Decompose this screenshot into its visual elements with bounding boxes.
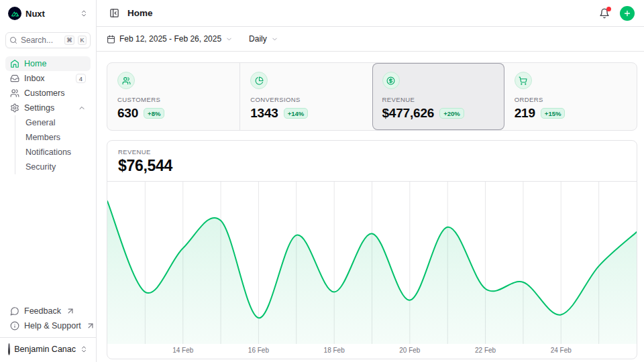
chevrons-up-down-icon <box>80 345 88 353</box>
stat-card-conversions[interactable]: CONVERSIONS1343+14% <box>239 63 372 130</box>
x-tick-label: 22 Feb <box>475 347 496 354</box>
workspace-name: Nuxt <box>25 9 76 19</box>
sidebar-item-settings[interactable]: Settings <box>5 101 91 115</box>
sidebar-item-security[interactable]: Security <box>23 160 91 174</box>
users-icon-circle <box>117 72 135 89</box>
chevron-down-icon <box>271 36 278 43</box>
sidebar-collapse-button[interactable] <box>106 5 122 21</box>
inbox-icon <box>10 74 19 83</box>
stat-value: 630 <box>117 106 138 121</box>
sidebar-subitem-label: General <box>25 118 55 127</box>
search-placeholder: Search... <box>21 36 61 45</box>
period-select[interactable]: Daily <box>249 34 278 44</box>
sidebar: Nuxt Search... ⌘ K HomeInbox4CustomersSe… <box>0 0 97 362</box>
settings-subnav: GeneralMembersNotificationsSecurity <box>15 115 91 174</box>
gear-icon <box>10 103 19 113</box>
calendar-icon <box>107 35 115 44</box>
message-circle-icon <box>10 306 19 316</box>
pie-chart-icon-circle <box>250 72 268 89</box>
user-name: Benjamin Canac <box>14 345 76 354</box>
delta-badge: +20% <box>439 108 464 119</box>
info-icon <box>10 321 19 330</box>
add-button[interactable] <box>620 6 635 21</box>
stat-value: 1343 <box>250 106 278 121</box>
page-content: CUSTOMERS630+8%CONVERSIONS1343+14%REVENU… <box>97 52 644 362</box>
area-chart-svg <box>107 182 637 344</box>
sidebar-item-notifications[interactable]: Notifications <box>23 145 91 160</box>
kbd-k: K <box>78 36 87 45</box>
sidebar-item-label: Customers <box>24 88 64 98</box>
sidebar-nav: HomeInbox4CustomersSettingsGeneralMember… <box>5 56 91 174</box>
main-area: Home Feb 12, 2025 - Feb 26, 2025 Daily C… <box>97 0 644 362</box>
sidebar-item-general[interactable]: General <box>23 115 91 130</box>
chart-header: REVENUE $76,544 <box>107 141 637 182</box>
kbd-meta: ⌘ <box>64 36 74 45</box>
sidebar-item-help-support[interactable]: Help & Support <box>5 318 91 333</box>
sidebar-item-customers[interactable]: Customers <box>5 86 91 101</box>
inbox-count-badge: 4 <box>76 74 86 83</box>
filter-toolbar: Feb 12, 2025 - Feb 26, 2025 Daily <box>97 27 644 52</box>
stat-label: ORDERS <box>515 96 627 103</box>
sidebar-item-label: Settings <box>24 103 54 113</box>
stat-value: $477,626 <box>382 106 435 121</box>
stat-label: REVENUE <box>382 96 494 103</box>
period-label: Daily <box>249 34 267 44</box>
revenue-area-chart <box>107 182 637 344</box>
revenue-chart-card: REVENUE $76,544 14 Feb16 Feb18 Feb20 Feb… <box>107 140 637 359</box>
sidebar-item-home[interactable]: Home <box>5 56 91 71</box>
sidebar-subitem-label: Notifications <box>25 147 71 157</box>
sidebar-spacer <box>5 174 91 296</box>
x-tick-label: 14 Feb <box>172 347 193 354</box>
chart-title: REVENUE <box>118 148 626 156</box>
stat-card-customers[interactable]: CUSTOMERS630+8% <box>107 63 239 130</box>
nuxt-logo-icon <box>8 7 21 20</box>
x-tick-label: 18 Feb <box>324 347 345 354</box>
x-tick-label: 20 Feb <box>399 347 420 354</box>
chevron-up-icon <box>78 104 86 112</box>
date-range-button[interactable]: Feb 12, 2025 - Feb 26, 2025 <box>107 34 233 44</box>
dollar-icon-circle <box>382 72 400 89</box>
user-menu[interactable]: Benjamin Canac <box>5 338 91 357</box>
sidebar-item-members[interactable]: Members <box>23 130 91 145</box>
date-range-label: Feb 12, 2025 - Feb 26, 2025 <box>119 34 221 44</box>
page-title: Home <box>127 8 590 18</box>
notifications-button[interactable] <box>596 5 613 22</box>
sidebar-subitem-label: Members <box>25 133 60 142</box>
users-icon <box>10 88 19 98</box>
stat-value-row: 630+8% <box>117 106 229 121</box>
sidebar-item-inbox[interactable]: Inbox4 <box>5 71 91 86</box>
sidebar-subitem-label: Security <box>25 162 56 172</box>
sidebar-item-label: Help & Support <box>24 321 81 330</box>
stat-label: CONVERSIONS <box>250 96 362 103</box>
pie-chart-icon <box>255 76 264 85</box>
home-icon <box>10 59 19 68</box>
chart-current-value: $76,544 <box>118 157 626 175</box>
stat-card-revenue[interactable]: REVENUE$477,626+20% <box>372 63 504 130</box>
arrow-up-right-icon <box>86 321 95 330</box>
topbar: Home <box>97 0 644 27</box>
cart-icon <box>519 76 527 85</box>
cart-icon-circle <box>515 72 532 89</box>
sidebar-item-label: Feedback <box>24 306 61 316</box>
users-icon <box>122 76 131 85</box>
search-icon <box>9 36 17 44</box>
delta-badge: +8% <box>144 108 164 119</box>
stats-cards: CUSTOMERS630+8%CONVERSIONS1343+14%REVENU… <box>107 62 637 131</box>
stat-label: CUSTOMERS <box>117 96 229 103</box>
panel-left-close-icon <box>109 8 119 18</box>
chart-x-axis: 14 Feb16 Feb18 Feb20 Feb22 Feb24 Feb <box>107 344 637 359</box>
arrow-up-right-icon <box>66 306 75 316</box>
sidebar-footer-nav: FeedbackHelp & Support <box>5 304 91 333</box>
x-tick-label: 24 Feb <box>551 347 572 354</box>
workspace-switcher[interactable]: Nuxt <box>5 5 91 21</box>
sidebar-item-label: Inbox <box>24 74 45 83</box>
notification-dot <box>606 7 611 11</box>
stat-value-row: $477,626+20% <box>382 106 494 121</box>
dollar-icon <box>386 76 395 85</box>
delta-badge: +14% <box>284 108 309 119</box>
delta-badge: +15% <box>541 108 566 119</box>
sidebar-item-feedback[interactable]: Feedback <box>5 304 91 318</box>
stat-card-orders[interactable]: ORDERS219+15% <box>504 63 637 130</box>
stat-value: 219 <box>515 106 535 121</box>
search-input[interactable]: Search... ⌘ K <box>5 32 91 48</box>
